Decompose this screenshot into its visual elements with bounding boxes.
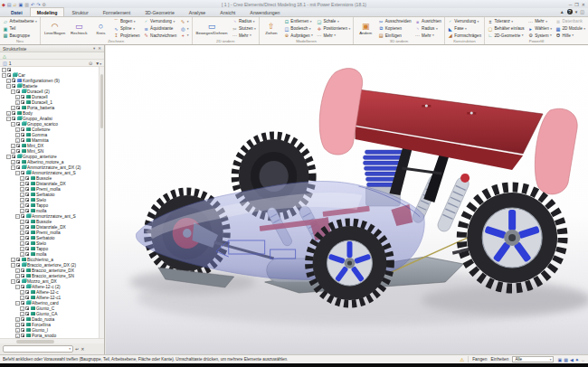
print-icon[interactable]: ▥ xyxy=(24,2,29,7)
expand-toggle-icon[interactable]: + xyxy=(15,133,20,137)
button-mehr[interactable]: ⋯Mehr▾ xyxy=(316,33,351,40)
tab-analyse[interactable]: Analyse xyxy=(182,7,213,16)
button-nachzeichnen[interactable]: ✎Nachzeichnen xyxy=(143,33,178,40)
visibility-checkbox[interactable] xyxy=(25,193,29,196)
expand-toggle-icon[interactable]: + xyxy=(11,258,15,262)
expand-toggle-icon[interactable]: − xyxy=(11,89,15,94)
visibility-checkbox[interactable] xyxy=(12,155,15,158)
selection-filter-dropdown[interactable]: Alle ▾ xyxy=(512,356,554,362)
status-tool-icon-4[interactable]: ✷ xyxy=(575,357,579,362)
pen-tool-icon[interactable]: ✎▾ xyxy=(179,18,189,25)
load-list-icon[interactable]: △ xyxy=(3,53,6,59)
undo-icon[interactable]: ↶ xyxy=(31,2,34,7)
tab-anwendungen[interactable]: Anwendungen xyxy=(242,7,287,16)
button-mehr[interactable]: ⋯Mehr▾ xyxy=(527,18,553,25)
new-icon[interactable]: ▤ xyxy=(7,2,12,7)
expand-toggle-icon[interactable]: + xyxy=(20,187,24,192)
visibility-checkbox[interactable] xyxy=(25,209,29,212)
status-tool-icon-1[interactable]: ▣ xyxy=(557,357,562,362)
ribbon-minimize-icon[interactable]: ▲ xyxy=(560,9,564,14)
button-mehr[interactable]: ⋯Mehr▾ xyxy=(231,33,256,40)
customize-icon[interactable]: ⚙ xyxy=(42,2,45,7)
expand-toggle-icon[interactable]: + xyxy=(6,111,11,116)
close-icon[interactable]: ✕ xyxy=(582,2,585,7)
expand-toggle-icon[interactable]: + xyxy=(20,312,24,316)
enter-icon[interactable]: ↵ xyxy=(75,346,79,352)
visibility-checkbox[interactable] xyxy=(16,89,20,93)
button-ziehen[interactable]: ⇧Ziehen xyxy=(261,18,281,39)
visibility-checkbox[interactable] xyxy=(21,268,24,272)
visibility-checkbox[interactable] xyxy=(25,296,29,299)
buggy-model[interactable] xyxy=(106,45,588,354)
expand-toggle-icon[interactable]: − xyxy=(11,279,15,284)
visibility-checkbox[interactable] xyxy=(16,144,20,147)
chevron-down-icon[interactable]: ▾ xyxy=(93,46,95,51)
visibility-checkbox[interactable] xyxy=(16,279,20,283)
visibility-checkbox[interactable] xyxy=(25,220,29,223)
expand-toggle-icon[interactable]: + xyxy=(11,106,15,110)
button-mehr[interactable]: ⋯Mehr▾ xyxy=(414,33,442,40)
button-toleranz[interactable]: ±Toleranz▾ xyxy=(487,18,526,25)
expand-toggle-icon[interactable]: + xyxy=(20,176,24,181)
button-radius[interactable]: ◝Radius▾ xyxy=(231,18,256,25)
expand-toggle-icon[interactable]: + xyxy=(20,296,24,300)
tab-ansicht[interactable]: Ansicht xyxy=(213,7,242,16)
button-w-hlen[interactable]: ▸Wählen▾ xyxy=(527,25,553,33)
tree-vertical-scrollbar[interactable] xyxy=(99,67,104,338)
expand-toggle-icon[interactable]: + xyxy=(20,193,24,197)
expand-toggle-icon[interactable]: + xyxy=(15,334,20,338)
tab-3d-geometrie[interactable]: 3D-Geometrie xyxy=(138,7,182,16)
expand-toggle-icon[interactable]: + xyxy=(20,225,24,230)
visibility-checkbox[interactable] xyxy=(25,236,29,240)
button-2d-module[interactable]: ▦2D Module▾ xyxy=(555,25,586,33)
restore-icon[interactable]: ❐ xyxy=(574,2,578,7)
visibility-checkbox[interactable] xyxy=(21,301,24,305)
visibility-checkbox[interactable] xyxy=(25,176,29,180)
visibility-checkbox[interactable] xyxy=(21,171,24,174)
button-projizieren[interactable]: ↧Projizieren xyxy=(112,33,140,40)
button-fase[interactable]: ◣Fase▾ xyxy=(447,25,482,33)
button-datenbank[interactable]: ≣Datenbank xyxy=(555,18,586,25)
visibility-checkbox[interactable] xyxy=(25,198,29,202)
status-tool-icon-2[interactable]: ▦ xyxy=(564,357,568,362)
visibility-checkbox[interactable] xyxy=(16,149,20,153)
command-input[interactable]: ▾ xyxy=(3,345,73,353)
expand-toggle-icon[interactable]: − xyxy=(6,155,11,159)
expand-toggle-icon[interactable]: + xyxy=(20,247,24,251)
wheel-rear-right[interactable] xyxy=(461,187,563,288)
button-positionieren[interactable]: ✛Positionieren▾ xyxy=(316,25,351,33)
visibility-checkbox[interactable] xyxy=(21,95,24,99)
visibility-checkbox[interactable] xyxy=(16,258,20,261)
visibility-checkbox[interactable] xyxy=(25,187,29,191)
visibility-checkbox[interactable] xyxy=(21,334,24,337)
circle-tool-icon[interactable]: ◎▾ xyxy=(179,25,189,33)
visibility-checkbox[interactable] xyxy=(12,111,15,115)
button-teil[interactable]: ▣Teil xyxy=(2,25,38,33)
visibility-checkbox[interactable] xyxy=(25,306,29,310)
expand-toggle-icon[interactable]: + xyxy=(11,144,15,148)
expand-toggle-icon[interactable]: − xyxy=(15,301,20,306)
wing-endplate-left[interactable] xyxy=(319,69,362,155)
button-spline[interactable]: ∿Spline▾ xyxy=(112,25,140,33)
visibility-checkbox[interactable] xyxy=(21,127,24,131)
visibility-checkbox[interactable] xyxy=(25,182,29,185)
tab-struktur[interactable]: Struktur xyxy=(64,7,95,16)
button-entfernen[interactable]: ⊟Entfernen▾ xyxy=(283,18,314,25)
expand-toggle-icon[interactable]: + xyxy=(15,274,20,278)
expand-toggle-icon[interactable]: − xyxy=(11,122,15,127)
expand-toggle-icon[interactable]: + xyxy=(15,127,20,132)
button--ndern[interactable]: ▣Ändern xyxy=(356,18,375,39)
button-bewegen-dehnen[interactable]: ▭Bewegen/Dehnen xyxy=(194,18,230,39)
visibility-checkbox[interactable] xyxy=(12,84,15,88)
expand-toggle-icon[interactable]: + xyxy=(20,306,24,311)
status-tool-icon-3[interactable]: ◀ xyxy=(570,357,574,362)
chevron-down-icon[interactable]: ▾ xyxy=(69,347,71,351)
close-icon[interactable]: ✕ xyxy=(98,46,101,51)
plus-tool-icon[interactable]: +▾ xyxy=(179,33,189,40)
expand-toggle-icon[interactable]: + xyxy=(20,236,24,240)
viewport-3d[interactable] xyxy=(106,45,588,354)
visibility-checkbox[interactable] xyxy=(12,117,15,120)
button-beh-lter-ein-aus[interactable]: ▢Behälter ein/aus xyxy=(487,25,526,33)
app-icon[interactable]: ◆ xyxy=(2,2,5,7)
snap-toggle[interactable]: Fangen xyxy=(472,357,487,362)
